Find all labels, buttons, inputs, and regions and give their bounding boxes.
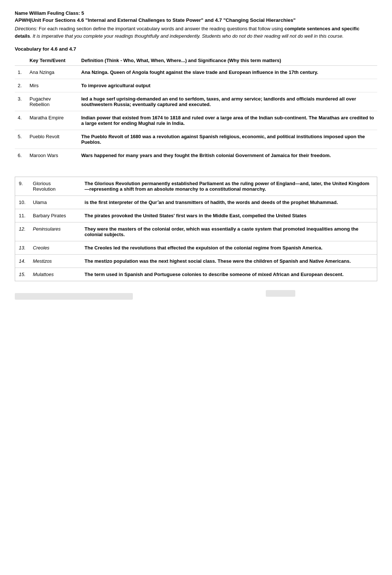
vocab-def-5: The Pueblo Revolt of 1680 was a revoluti… (78, 130, 377, 149)
vocab-term-1: Ana Nzinga (27, 66, 78, 79)
vocab-num-3: 3. (15, 92, 27, 111)
vocab-term-5: Pueblo Revolt (27, 130, 78, 149)
footer-blur-left (15, 293, 133, 300)
col-header-def: Definition (Think - Who, What, When, Whe… (78, 55, 377, 66)
box-term-0: GloriousRevolution (29, 177, 81, 196)
box-def-3: They were the masters of the colonial or… (81, 222, 377, 241)
vocab-table: Key Term/Event Definition (Think - Who, … (15, 55, 377, 162)
box-term-2: Barbary Pirates (29, 209, 81, 222)
box-term-1: Ulama (29, 196, 81, 209)
footer-area (15, 287, 377, 300)
vocab-term-2: Mirs (27, 79, 78, 92)
directions-text: Directions: For each reading section def… (15, 25, 377, 40)
vocab-term-6: Maroon Wars (27, 149, 78, 162)
box-term-6: Mulattoes (29, 268, 81, 281)
box-num-1: 10. (15, 196, 29, 209)
directions-label: Directions: (15, 26, 37, 31)
box-def-1: is the first interpreter of the Qurʼan a… (81, 196, 377, 209)
footer-blur-right (266, 290, 295, 297)
header-section: Name William Feuling Class: 5 APWH|Unit … (15, 10, 377, 40)
vocab-num-2: 2. (15, 79, 27, 92)
box-term-3: Peninsulares (29, 222, 81, 241)
box-def-0: The Glorious Revolution permanently esta… (81, 177, 377, 196)
box-num-5: 14. (15, 255, 29, 268)
italic-instructions: . It is imperative that you complete you… (30, 33, 344, 39)
vocab-def-6: Wars happened for many years and they fo… (78, 149, 377, 162)
col-header-num (15, 55, 27, 66)
box-section: 9. GloriousRevolution The Glorious Revol… (15, 177, 377, 281)
box-num-2: 11. (15, 209, 29, 222)
vocab-def-4: Indian power that existed from 1674 to 1… (78, 111, 377, 130)
vocab-def-2: To improve agricultural output (78, 79, 377, 92)
box-term-4: Creoles (29, 241, 81, 255)
vocab-term-3: PugachevRebellion (27, 92, 78, 111)
box-def-2: The pirates provoked the United States' … (81, 209, 377, 222)
box-def-6: The term used in Spanish and Portuguese … (81, 268, 377, 281)
box-table: 9. GloriousRevolution The Glorious Revol… (15, 177, 377, 281)
box-term-5: Mestizos (29, 255, 81, 268)
box-def-4: The Creoles led the revolutions that eff… (81, 241, 377, 255)
box-def-5: The mestizo population was the next high… (81, 255, 377, 268)
box-num-4: 13. (15, 241, 29, 255)
vocab-section-title: Vocabulary for 4.6 and 4.7 (15, 46, 377, 52)
vocab-num-4: 4. (15, 111, 27, 130)
vocab-def-3: led a huge serf uprising-demanded an end… (78, 92, 377, 111)
col-header-term: Key Term/Event (27, 55, 78, 66)
vocab-num-5: 5. (15, 130, 27, 149)
vocab-term-4: Maratha Empire (27, 111, 78, 130)
box-num-0: 9. (15, 177, 29, 196)
unit-title: APWH|Unit Four Sections 4.6 "Internal an… (15, 17, 377, 23)
name-class-label: Name William Feuling Class: 5 (15, 10, 84, 16)
box-num-6: 15. (15, 268, 29, 281)
vocab-def-1: Ana Nzinga. Queen of Angola fought again… (78, 66, 377, 79)
box-num-3: 12. (15, 222, 29, 241)
vocab-num-1: 1. (15, 66, 27, 79)
vocab-num-6: 6. (15, 149, 27, 162)
